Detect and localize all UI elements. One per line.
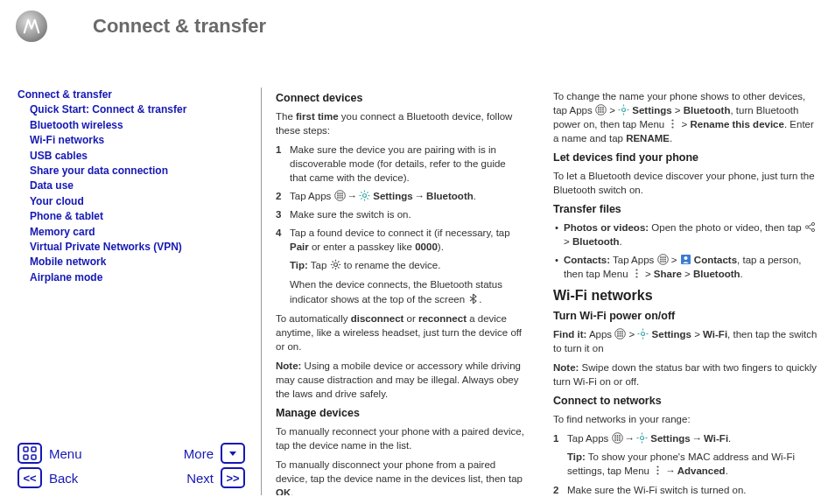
nav-item[interactable]: Airplane mode xyxy=(30,270,236,285)
svg-point-72 xyxy=(621,335,623,337)
content-column-2: To change the name your phone shows to o… xyxy=(553,88,817,495)
menu-button[interactable]: Menu xyxy=(18,443,82,464)
svg-point-56 xyxy=(662,261,663,262)
svg-point-53 xyxy=(662,258,663,260)
next-label: Next xyxy=(186,471,214,486)
svg-rect-1 xyxy=(32,447,36,452)
gear-icon xyxy=(330,259,341,270)
step-3: 3Make sure the switch is on. xyxy=(276,207,525,221)
tf-photos: Photos or videos: Open the photo or vide… xyxy=(553,220,817,248)
toc-nav: Connect & transfer Quick Start: Connect … xyxy=(18,88,236,285)
heading-connect-networks: Connect to networks xyxy=(553,394,817,410)
svg-line-22 xyxy=(367,192,368,192)
svg-point-67 xyxy=(617,332,619,334)
svg-point-79 xyxy=(614,435,616,437)
nav-item[interactable]: Your cloud xyxy=(30,194,236,209)
svg-point-71 xyxy=(620,335,621,337)
more-label: More xyxy=(184,446,214,461)
svg-point-57 xyxy=(664,261,666,262)
svg-point-42 xyxy=(672,127,674,129)
svg-point-60 xyxy=(635,269,637,270)
nav-item[interactable]: USB cables xyxy=(30,149,236,164)
svg-point-87 xyxy=(619,439,621,441)
svg-point-73 xyxy=(642,332,645,335)
svg-point-65 xyxy=(620,331,621,332)
nav-item[interactable]: Bluetooth wireless xyxy=(30,118,236,133)
p-note-driving: Note: Using a mobile device or accessory… xyxy=(276,359,525,401)
svg-point-62 xyxy=(635,276,637,277)
svg-point-33 xyxy=(600,111,602,113)
step-2: 2Tap Apps → Settings → Bluetooth. xyxy=(276,189,525,203)
nav-item[interactable]: Phone & tablet xyxy=(30,209,236,224)
settings-icon xyxy=(359,190,370,201)
next-button[interactable]: >> Next xyxy=(186,467,245,488)
svg-point-44 xyxy=(811,222,814,225)
nav-item[interactable]: Memory card xyxy=(30,225,236,240)
svg-point-27 xyxy=(600,107,602,108)
svg-point-86 xyxy=(616,439,618,441)
svg-point-10 xyxy=(341,195,343,197)
svg-point-66 xyxy=(621,331,623,332)
menu-dots-icon xyxy=(631,268,642,279)
p-manage-1: To manually reconnect your phone with a … xyxy=(276,424,525,452)
svg-point-69 xyxy=(621,332,623,334)
svg-point-26 xyxy=(598,107,600,108)
svg-line-20 xyxy=(367,198,368,199)
svg-point-7 xyxy=(341,192,343,194)
svg-point-55 xyxy=(660,261,662,262)
apps-icon xyxy=(612,432,623,444)
svg-point-12 xyxy=(339,197,340,199)
nav-top[interactable]: Connect & transfer xyxy=(18,88,236,102)
menu-dots-icon xyxy=(652,465,663,476)
apps-icon xyxy=(595,104,607,116)
svg-point-11 xyxy=(337,197,339,199)
svg-point-40 xyxy=(672,120,674,122)
svg-point-6 xyxy=(339,192,340,194)
bluetooth-icon xyxy=(467,293,479,304)
nav-item[interactable]: Mobile network xyxy=(30,255,236,270)
svg-point-31 xyxy=(602,109,604,111)
back-button[interactable]: << Back xyxy=(18,467,78,488)
svg-point-45 xyxy=(811,228,814,231)
content-column-1: Connect devices The first time you conne… xyxy=(261,88,525,495)
svg-point-59 xyxy=(684,256,687,260)
svg-point-8 xyxy=(337,195,339,197)
apps-icon xyxy=(614,328,626,340)
p-rename: To change the name your phone shows to o… xyxy=(553,89,817,145)
menu-label: Menu xyxy=(49,446,82,461)
tf-contacts: Contacts: Tap Apps > Contacts, tap a per… xyxy=(553,253,817,281)
p-auto: To automatically disconnect or reconnect… xyxy=(276,312,525,354)
svg-point-9 xyxy=(339,195,340,197)
back-icon: << xyxy=(18,467,42,488)
p-wifi-note: Note: Swipe down the status bar with two… xyxy=(553,360,817,388)
svg-point-32 xyxy=(598,111,600,113)
svg-point-94 xyxy=(657,469,659,471)
svg-point-28 xyxy=(602,107,604,108)
heading-wifi-power: Turn Wi-Fi power on/off xyxy=(553,309,817,325)
more-button[interactable]: More xyxy=(184,443,245,464)
nav-item[interactable]: Data use xyxy=(30,178,236,193)
svg-line-19 xyxy=(361,192,361,192)
footer-nav: Menu More << Back >> Next xyxy=(18,439,245,488)
p-cnet: To find networks in your range: xyxy=(553,412,817,426)
svg-point-41 xyxy=(672,123,674,125)
svg-point-49 xyxy=(660,256,662,258)
step-1: 1Make sure the device you are pairing wi… xyxy=(276,143,525,185)
menu-dots-icon xyxy=(667,118,678,130)
svg-point-50 xyxy=(662,256,663,258)
cnet-step-2: 2Make sure the Wi-Fi switch is turned on… xyxy=(553,483,817,495)
nav-item[interactable]: Share your data connection xyxy=(30,164,236,178)
svg-rect-0 xyxy=(24,447,28,452)
svg-point-80 xyxy=(616,435,618,437)
motorola-m-icon xyxy=(22,17,41,36)
nav-item[interactable]: Wi-Fi networks xyxy=(30,133,236,148)
nav-item[interactable]: Virtual Private Networks (VPN) xyxy=(30,240,236,255)
svg-point-35 xyxy=(622,108,626,112)
nav-item[interactable]: Quick Start: Connect & transfer xyxy=(30,102,236,117)
step-4: 4Tap a found device to connect it (if ne… xyxy=(276,226,525,305)
svg-point-64 xyxy=(617,331,619,332)
svg-line-46 xyxy=(808,224,811,226)
svg-point-70 xyxy=(617,335,619,337)
svg-point-52 xyxy=(660,258,662,260)
svg-point-13 xyxy=(341,197,343,199)
